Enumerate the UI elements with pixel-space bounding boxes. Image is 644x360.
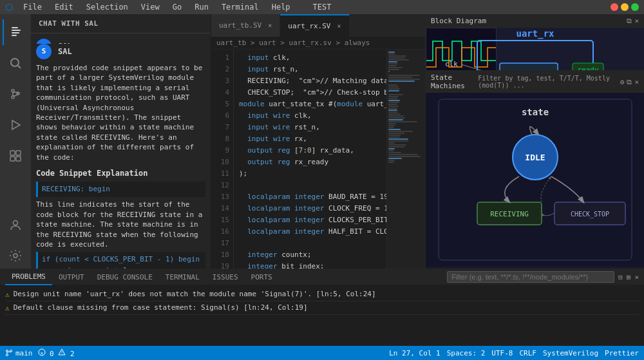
activity-explorer-icon[interactable] [3, 19, 28, 45]
menu-run[interactable]: Run [192, 1, 211, 13]
svg-point-43 [6, 354, 8, 356]
window-controls [611, 3, 639, 11]
tab-debug-console[interactable]: DEBUG CONSOLE [91, 269, 159, 285]
activity-settings-icon[interactable] [3, 243, 28, 269]
svg-rect-1 [12, 30, 21, 31]
sidebar-header: CHAT WITH SAL [31, 14, 211, 33]
bd-split-icon[interactable]: ⧉ [627, 17, 632, 25]
menu-go[interactable]: Go [170, 1, 184, 13]
svg-rect-3 [12, 35, 17, 36]
right-panels: Block Diagram ⧉ × [425, 14, 644, 269]
activity-bar [0, 14, 31, 269]
warning-icon-1: ⚠ [5, 290, 10, 299]
formatter[interactable]: Prettier [605, 349, 639, 357]
block-diagram-canvas: uart_rx always clk reset rx rx_ready rx_… [426, 28, 644, 71]
block-diagram-svg: uart_rx always clk reset rx rx_ready rx_… [426, 28, 632, 71]
problem-text-2: Default clause missing from case stateme… [14, 303, 308, 312]
spaces[interactable]: Spaces: 2 [447, 349, 486, 357]
filter-icon[interactable]: ⊟ [618, 273, 623, 281]
warning-icon-2: ⚠ [5, 304, 10, 312]
tab-uart-tb[interactable]: uart_tb.SV × [211, 14, 280, 37]
menu-selection[interactable]: Selection [84, 1, 131, 13]
svg-line-5 [18, 66, 21, 69]
bottom-tabs: PROBLEMS OUTPUT DEBUG CONSOLE TERMINAL I… [0, 269, 644, 285]
code2: if (count < CLOCKS_PER_BIT - 1) begin co… [36, 252, 205, 269]
tab-terminal[interactable]: TERMINAL [159, 269, 206, 285]
menu-edit[interactable]: Edit [52, 1, 76, 13]
svg-text:uart_rx: uart_rx [516, 28, 554, 39]
cursor-position[interactable]: Ln 27, Col 1 [389, 349, 440, 357]
state-machine-canvas: state IDLE RECEIVING CHECK_STOP [426, 93, 644, 269]
sal-name-2: SAL [58, 46, 72, 57]
line-ending[interactable]: CRLF [519, 349, 536, 357]
svg-point-4 [11, 59, 19, 66]
explanation-code: RECEIVING: begin [36, 182, 205, 198]
app-logo: ⬡ [5, 2, 13, 12]
tab-output[interactable]: OUTPUT [52, 269, 91, 285]
svg-point-15 [14, 254, 17, 258]
tab-ports[interactable]: PORTS [245, 269, 279, 285]
tab-issues[interactable]: ISSUES [206, 269, 245, 285]
activity-debug-icon[interactable] [3, 112, 28, 138]
sm-settings-icon[interactable]: ⚙ [620, 78, 625, 86]
tab-uart-rx[interactable]: uart_rx.SV × [280, 14, 349, 37]
svg-point-14 [14, 221, 18, 225]
editor-content: 1234567891011121314151617181920212223242… [211, 50, 425, 269]
sm-split-icon[interactable]: ⧉ [627, 78, 632, 86]
git-icon [5, 349, 13, 357]
activity-extensions-icon[interactable] [3, 143, 28, 169]
menu-bar: ⬡ File Edit Selection View Go Run Termin… [0, 0, 644, 14]
chat-title: CHAT WITH SAL [39, 19, 99, 28]
activity-search-icon[interactable] [3, 50, 28, 76]
bd-close-icon[interactable]: × [634, 17, 639, 25]
state-machine-title: State Machines [431, 73, 478, 90]
sal-avatar-2: S [36, 44, 52, 59]
app-title: TEST [313, 3, 332, 12]
sm-close-icon[interactable]: × [634, 78, 639, 86]
activity-account-icon[interactable] [3, 212, 28, 238]
menu-help[interactable]: Help [269, 1, 293, 13]
status-bar: main ✕ 0 ! 2 Ln 27, Col 1 Spaces: 2 UTF-… [0, 346, 644, 360]
minimize-window-button[interactable] [621, 3, 629, 11]
editor-tabs: uart_tb.SV × uart_rx.SV × [211, 14, 425, 37]
encoding[interactable]: UTF-8 [491, 349, 513, 357]
language-mode[interactable]: SystemVerilog [543, 349, 598, 357]
svg-rect-10 [10, 151, 15, 155]
tab-uart-tb-close[interactable]: × [268, 22, 272, 29]
sal-avatar: S [36, 39, 52, 44]
tab-uart-rx-label: uart_rx.SV [288, 22, 330, 30]
git-branch[interactable]: main [5, 349, 33, 357]
problem-item-2: ⚠ Default clause missing from case state… [5, 301, 639, 315]
svg-rect-11 [16, 151, 21, 155]
state-machine-header: State Machines Filter by tag, test, T/T/… [426, 71, 644, 93]
svg-text:clk: clk [445, 60, 458, 68]
explanation-title: Code Snippet Explanation [36, 167, 205, 179]
chat-sidebar: CHAT WITH SAL S SAL Hi, how can I help y… [31, 14, 211, 269]
state-machine-svg: state IDLE RECEIVING CHECK_STOP [426, 93, 644, 267]
block-diagram-controls: ⧉ × [627, 17, 639, 25]
menu-file[interactable]: File [21, 1, 44, 13]
collapse-all-icon[interactable]: ⊞ [627, 273, 631, 281]
errors-warnings[interactable]: ✕ 0 ! 2 [38, 348, 75, 358]
svg-text:RECEIVING: RECEIVING [490, 210, 529, 218]
block-diagram-title: Block Diagram [431, 17, 486, 25]
svg-text:state: state [522, 107, 549, 117]
svg-marker-9 [12, 120, 20, 129]
tab-uart-rx-close[interactable]: × [337, 23, 341, 30]
problems-filter-input[interactable] [447, 271, 614, 283]
close-window-button[interactable] [611, 3, 618, 11]
svg-rect-0 [12, 27, 18, 28]
activity-source-control-icon[interactable] [3, 81, 28, 107]
menu-terminal[interactable]: Terminal [219, 1, 261, 13]
menu-view[interactable]: View [138, 1, 162, 13]
chat-area[interactable]: S SAL Hi, how can I help you? Y You Capt… [31, 33, 211, 44]
tab-problems[interactable]: PROBLEMS [5, 269, 52, 285]
maximize-window-button[interactable] [631, 3, 639, 11]
svg-rect-19 [500, 63, 558, 71]
explanation-section: S SAL The provided code snippet appears … [31, 44, 211, 269]
sal-explanation: The provided code snippet appears to be … [36, 63, 205, 162]
code-editor[interactable]: input clk, input rst_n, RECEIVING; "cm">… [234, 50, 386, 269]
svg-rect-12 [10, 156, 15, 161]
bottom-panel: PROBLEMS OUTPUT DEBUG CONSOLE TERMINAL I… [0, 269, 644, 346]
clear-icon[interactable]: × [634, 273, 639, 281]
